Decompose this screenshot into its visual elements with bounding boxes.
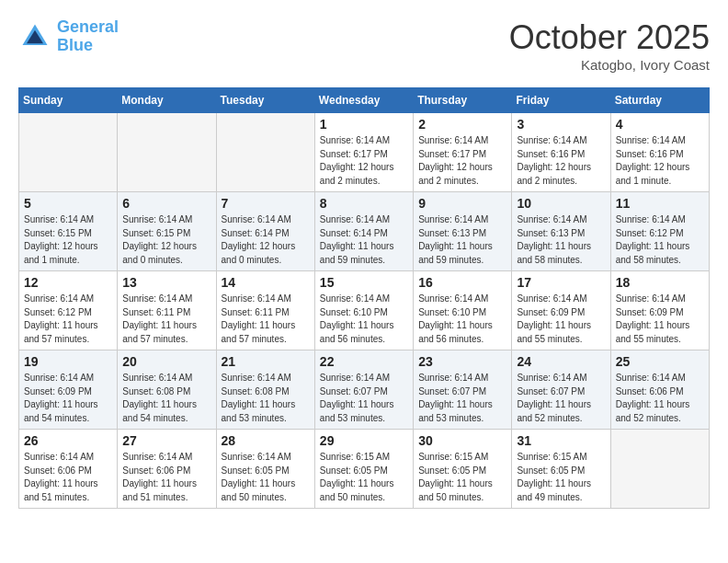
day-number: 16 [418,275,506,290]
day-info: Sunrise: 6:15 AM Sunset: 6:05 PM Dayligh… [418,451,506,504]
day-number: 15 [320,275,408,290]
calendar-day-cell: 8Sunrise: 6:14 AM Sunset: 6:14 PM Daylig… [314,192,413,271]
day-number: 7 [222,196,310,211]
calendar-day-cell: 9Sunrise: 6:14 AM Sunset: 6:13 PM Daylig… [414,192,512,271]
calendar-day-cell: 31Sunrise: 6:15 AM Sunset: 6:05 PM Dayli… [512,430,610,509]
calendar-day-cell [216,113,314,192]
day-info: Sunrise: 6:14 AM Sunset: 6:13 PM Dayligh… [418,213,506,267]
calendar-day-cell: 20Sunrise: 6:14 AM Sunset: 6:08 PM Dayli… [118,350,216,430]
day-number: 19 [24,354,112,369]
weekday-header: Wednesday [314,88,413,113]
day-info: Sunrise: 6:14 AM Sunset: 6:17 PM Dayligh… [418,134,506,188]
day-info: Sunrise: 6:14 AM Sunset: 6:06 PM Dayligh… [616,372,704,425]
calendar-day-cell: 6Sunrise: 6:14 AM Sunset: 6:15 PM Daylig… [118,192,216,271]
day-number: 26 [24,433,112,448]
day-number: 31 [517,433,605,448]
day-number: 21 [222,354,310,369]
day-number: 17 [517,275,605,290]
day-number: 14 [222,275,310,290]
calendar-day-cell: 10Sunrise: 6:14 AM Sunset: 6:13 PM Dayli… [512,192,610,271]
day-number: 13 [122,275,210,290]
day-info: Sunrise: 6:15 AM Sunset: 6:05 PM Dayligh… [517,451,605,504]
calendar: SundayMondayTuesdayWednesdayThursdayFrid… [18,87,710,509]
calendar-day-cell: 18Sunrise: 6:14 AM Sunset: 6:09 PM Dayli… [610,271,709,350]
calendar-day-cell: 30Sunrise: 6:15 AM Sunset: 6:05 PM Dayli… [414,430,512,509]
subtitle: Katogbo, Ivory Coast [509,57,710,73]
day-info: Sunrise: 6:14 AM Sunset: 6:12 PM Dayligh… [24,293,112,346]
day-info: Sunrise: 6:14 AM Sunset: 6:16 PM Dayligh… [616,134,704,188]
day-info: Sunrise: 6:14 AM Sunset: 6:16 PM Dayligh… [517,134,605,188]
day-number: 27 [122,433,210,448]
calendar-day-cell [19,113,118,192]
calendar-day-cell: 19Sunrise: 6:14 AM Sunset: 6:09 PM Dayli… [19,350,118,430]
calendar-day-cell: 22Sunrise: 6:14 AM Sunset: 6:07 PM Dayli… [314,350,413,430]
day-info: Sunrise: 6:14 AM Sunset: 6:15 PM Dayligh… [24,213,112,267]
day-info: Sunrise: 6:14 AM Sunset: 6:12 PM Dayligh… [616,213,704,267]
day-info: Sunrise: 6:14 AM Sunset: 6:07 PM Dayligh… [320,372,408,425]
day-info: Sunrise: 6:14 AM Sunset: 6:05 PM Dayligh… [222,451,310,504]
logo-line1: General [57,17,119,36]
day-info: Sunrise: 6:14 AM Sunset: 6:10 PM Dayligh… [418,293,506,346]
calendar-day-cell: 25Sunrise: 6:14 AM Sunset: 6:06 PM Dayli… [610,350,709,430]
calendar-day-cell: 24Sunrise: 6:14 AM Sunset: 6:07 PM Dayli… [512,350,610,430]
weekday-header-row: SundayMondayTuesdayWednesdayThursdayFrid… [19,88,710,113]
weekday-header: Friday [512,88,610,113]
calendar-day-cell: 12Sunrise: 6:14 AM Sunset: 6:12 PM Dayli… [19,271,118,350]
calendar-day-cell: 3Sunrise: 6:14 AM Sunset: 6:16 PM Daylig… [512,113,610,192]
calendar-day-cell: 11Sunrise: 6:14 AM Sunset: 6:12 PM Dayli… [610,192,709,271]
calendar-week-row: 5Sunrise: 6:14 AM Sunset: 6:15 PM Daylig… [19,192,710,271]
calendar-week-row: 1Sunrise: 6:14 AM Sunset: 6:17 PM Daylig… [19,113,710,192]
calendar-day-cell: 28Sunrise: 6:14 AM Sunset: 6:05 PM Dayli… [216,430,314,509]
day-info: Sunrise: 6:14 AM Sunset: 6:14 PM Dayligh… [222,213,310,267]
day-number: 22 [320,354,408,369]
day-info: Sunrise: 6:14 AM Sunset: 6:15 PM Dayligh… [122,213,210,267]
calendar-day-cell: 13Sunrise: 6:14 AM Sunset: 6:11 PM Dayli… [118,271,216,350]
day-number: 2 [418,117,506,132]
calendar-day-cell: 15Sunrise: 6:14 AM Sunset: 6:10 PM Dayli… [314,271,413,350]
day-info: Sunrise: 6:14 AM Sunset: 6:06 PM Dayligh… [24,451,112,504]
weekday-header: Tuesday [216,88,314,113]
month-title: October 2025 [509,18,710,57]
day-info: Sunrise: 6:14 AM Sunset: 6:11 PM Dayligh… [222,293,310,346]
logo-icon [18,20,51,53]
day-number: 5 [24,196,112,211]
weekday-header: Sunday [19,88,118,113]
day-info: Sunrise: 6:14 AM Sunset: 6:08 PM Dayligh… [122,372,210,425]
day-info: Sunrise: 6:14 AM Sunset: 6:13 PM Dayligh… [517,213,605,267]
calendar-week-row: 19Sunrise: 6:14 AM Sunset: 6:09 PM Dayli… [19,350,710,430]
day-number: 11 [616,196,704,211]
calendar-day-cell: 1Sunrise: 6:14 AM Sunset: 6:17 PM Daylig… [314,113,413,192]
logo-line2: Blue [57,36,93,54]
day-number: 18 [616,275,704,290]
day-number: 30 [418,433,506,448]
day-number: 6 [122,196,210,211]
day-info: Sunrise: 6:14 AM Sunset: 6:09 PM Dayligh… [616,293,704,346]
day-info: Sunrise: 6:14 AM Sunset: 6:07 PM Dayligh… [418,372,506,425]
day-number: 23 [418,354,506,369]
day-number: 29 [320,433,408,448]
day-info: Sunrise: 6:14 AM Sunset: 6:10 PM Dayligh… [320,293,408,346]
calendar-day-cell: 29Sunrise: 6:15 AM Sunset: 6:05 PM Dayli… [314,430,413,509]
calendar-day-cell: 14Sunrise: 6:14 AM Sunset: 6:11 PM Dayli… [216,271,314,350]
header: General Blue October 2025 Katogbo, Ivory… [18,18,710,73]
day-number: 25 [616,354,704,369]
calendar-day-cell: 27Sunrise: 6:14 AM Sunset: 6:06 PM Dayli… [118,430,216,509]
day-info: Sunrise: 6:14 AM Sunset: 6:09 PM Dayligh… [517,293,605,346]
day-info: Sunrise: 6:14 AM Sunset: 6:09 PM Dayligh… [24,372,112,425]
calendar-day-cell: 4Sunrise: 6:14 AM Sunset: 6:16 PM Daylig… [610,113,709,192]
day-number: 20 [122,354,210,369]
day-info: Sunrise: 6:14 AM Sunset: 6:08 PM Dayligh… [222,372,310,425]
calendar-day-cell: 16Sunrise: 6:14 AM Sunset: 6:10 PM Dayli… [414,271,512,350]
title-area: October 2025 Katogbo, Ivory Coast [509,18,710,73]
day-info: Sunrise: 6:14 AM Sunset: 6:07 PM Dayligh… [517,372,605,425]
calendar-day-cell [610,430,709,509]
logo-text: General Blue [57,18,119,55]
day-info: Sunrise: 6:14 AM Sunset: 6:17 PM Dayligh… [320,134,408,188]
day-number: 24 [517,354,605,369]
calendar-day-cell: 17Sunrise: 6:14 AM Sunset: 6:09 PM Dayli… [512,271,610,350]
day-info: Sunrise: 6:14 AM Sunset: 6:06 PM Dayligh… [122,451,210,504]
calendar-day-cell: 2Sunrise: 6:14 AM Sunset: 6:17 PM Daylig… [414,113,512,192]
calendar-day-cell: 23Sunrise: 6:14 AM Sunset: 6:07 PM Dayli… [414,350,512,430]
day-number: 3 [517,117,605,132]
day-number: 10 [517,196,605,211]
